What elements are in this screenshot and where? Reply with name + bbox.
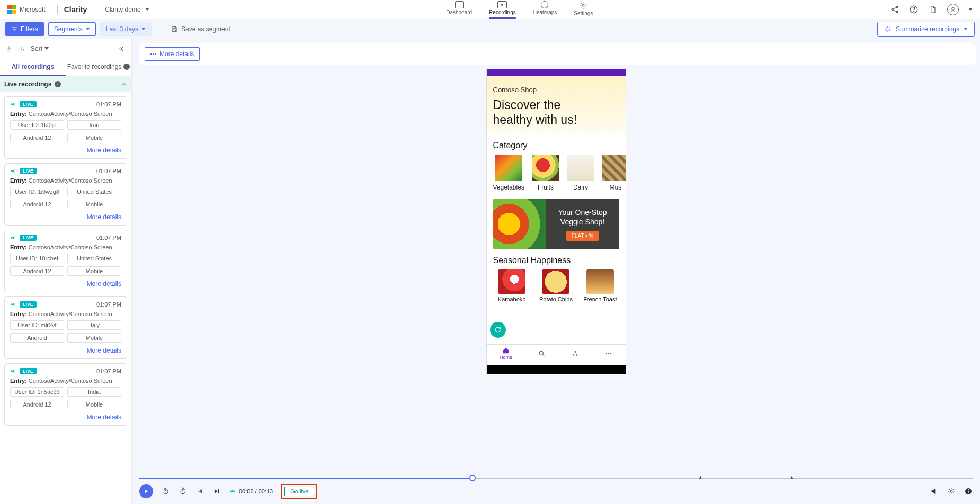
entry-row: Entry: ContosoActivity/Contoso Screen (10, 177, 121, 184)
viewer-toolbar: More details (139, 43, 976, 65)
next-button[interactable] (212, 487, 221, 496)
card-more-details[interactable]: More details (87, 147, 121, 154)
nav-dashboard[interactable]: Dashboard (445, 0, 473, 19)
daterange-button[interactable]: Last 3 days (100, 22, 152, 36)
seasonal-item[interactable]: French Toast (581, 269, 619, 302)
seasonal-item[interactable]: Kamaboko (493, 269, 531, 302)
svg-point-2 (896, 6, 898, 8)
card-more-details[interactable]: More details (87, 413, 121, 421)
live-indicator: 00:06 / 00:13 (229, 488, 273, 494)
project-selector[interactable]: Clarity demo (105, 6, 149, 13)
sort-button[interactable]: Sort (31, 45, 49, 52)
pulse-icon (10, 101, 16, 107)
document-icon[interactable] (928, 5, 938, 14)
appbar-right (890, 4, 973, 15)
category-item[interactable]: Dairy (567, 155, 594, 191)
bn-categories[interactable] (572, 350, 579, 357)
sidebar-tabs: All recordings Favorite recordings i (0, 58, 131, 76)
bn-search[interactable] (538, 350, 546, 357)
project-name: Clarity demo (105, 6, 140, 13)
download-icon[interactable] (5, 45, 13, 52)
recording-card[interactable]: LIVE01:07 PMEntry: ContosoActivity/Conto… (4, 163, 127, 226)
refresh-icon (494, 326, 502, 334)
card-time: 01:07 PM (96, 101, 121, 107)
category-thumb (532, 155, 559, 181)
svg-point-7 (13, 104, 14, 105)
card-more-details[interactable]: More details (87, 280, 121, 287)
category-thumb (495, 155, 522, 181)
search-icon (538, 350, 546, 357)
recording-card[interactable]: LIVE01:07 PMEntry: ContosoActivity/Conto… (4, 230, 127, 292)
account-chevron-icon[interactable] (968, 8, 973, 11)
refresh-fab[interactable] (490, 322, 506, 338)
nav-recordings[interactable]: Recordings (488, 0, 517, 19)
chevron-down-icon (964, 28, 968, 30)
brand-text: Microsoft (20, 6, 46, 13)
play-button[interactable] (139, 484, 153, 498)
chip-device: Mobile (67, 133, 121, 142)
bn-home[interactable]: Home (500, 347, 512, 360)
chip-location: Italy (67, 320, 121, 330)
card-more-details[interactable]: More details (87, 213, 121, 221)
svg-point-5 (913, 11, 914, 12)
tab-all-recordings[interactable]: All recordings (0, 58, 66, 76)
nav-heatmaps[interactable]: Heatmaps (532, 0, 558, 19)
category-item[interactable]: Fruits (532, 155, 559, 191)
category-item[interactable]: Vegetables (493, 155, 524, 191)
segments-button[interactable]: Segments (48, 22, 96, 36)
category-item[interactable]: Mus (602, 155, 626, 191)
card-more-details[interactable]: More details (87, 347, 121, 354)
category-title: Category (493, 141, 619, 150)
promo-banner[interactable]: Your One-Stop Veggie Shop! FLAT • % (493, 199, 619, 249)
marker-icon (698, 475, 703, 481)
summarize-recordings-button[interactable]: Summarize recordings (877, 22, 975, 37)
card-time: 01:07 PM (96, 235, 121, 241)
go-live-button[interactable]: Go live (284, 487, 314, 496)
pulse-icon (10, 168, 16, 174)
chip-location: United States (67, 187, 121, 196)
nav-settings[interactable]: Settings (573, 0, 594, 19)
recording-card[interactable]: LIVE01:07 PMEntry: ContosoActivity/Conto… (4, 296, 127, 359)
account-menu[interactable] (947, 4, 959, 15)
playback-settings-button[interactable] (947, 487, 956, 496)
collapse-icon[interactable] (119, 45, 126, 52)
sort-bars-icon[interactable] (18, 45, 25, 52)
svg-point-12 (539, 351, 543, 355)
microsoft-logo (7, 5, 16, 14)
recording-card[interactable]: LIVE01:07 PMEntry: ContosoActivity/Conto… (4, 96, 127, 159)
main-area: More details Contoso Shop Discover the h… (132, 39, 980, 504)
live-badge: LIVE (20, 168, 37, 174)
recordings-list[interactable]: LIVE01:07 PMEntry: ContosoActivity/Conto… (0, 92, 131, 504)
info-button[interactable] (964, 487, 973, 496)
svg-rect-22 (968, 491, 968, 493)
svg-point-6 (952, 7, 954, 10)
filters-button[interactable]: Filters (5, 22, 44, 36)
help-icon[interactable] (909, 5, 919, 14)
save-segment[interactable]: Save as segment (171, 25, 230, 33)
live-badge: LIVE (20, 235, 37, 241)
timeline-knob[interactable] (469, 475, 476, 481)
seasonal-item[interactable]: Potato Chips (537, 269, 575, 302)
svg-point-11 (13, 371, 14, 372)
chip-os: Android 12 (10, 200, 64, 209)
rewind-10-button[interactable] (162, 487, 170, 496)
forward-10-button[interactable] (179, 487, 187, 496)
more-details-button[interactable]: More details (145, 47, 200, 61)
chip-os: Android 12 (10, 400, 64, 409)
timeline[interactable] (139, 474, 973, 482)
entry-row: Entry: ContosoActivity/Contoso Screen (10, 377, 121, 384)
svg-point-19 (232, 491, 234, 492)
tab-favorite-recordings[interactable]: Favorite recordings i (66, 58, 131, 76)
recording-card[interactable]: LIVE01:07 PMEntry: ContosoActivity/Conto… (4, 363, 127, 426)
card-time: 01:07 PM (96, 301, 121, 308)
bn-more[interactable] (605, 350, 612, 357)
recordings-icon (497, 1, 507, 8)
live-recordings-header[interactable]: Live recordings i (0, 76, 131, 92)
chevron-up-icon (121, 81, 127, 87)
pulse-icon (10, 301, 16, 308)
share-icon[interactable] (890, 5, 899, 14)
svg-rect-23 (968, 489, 968, 490)
prev-button[interactable] (195, 487, 204, 496)
category-icon (572, 350, 579, 357)
volume-button[interactable] (930, 487, 939, 496)
